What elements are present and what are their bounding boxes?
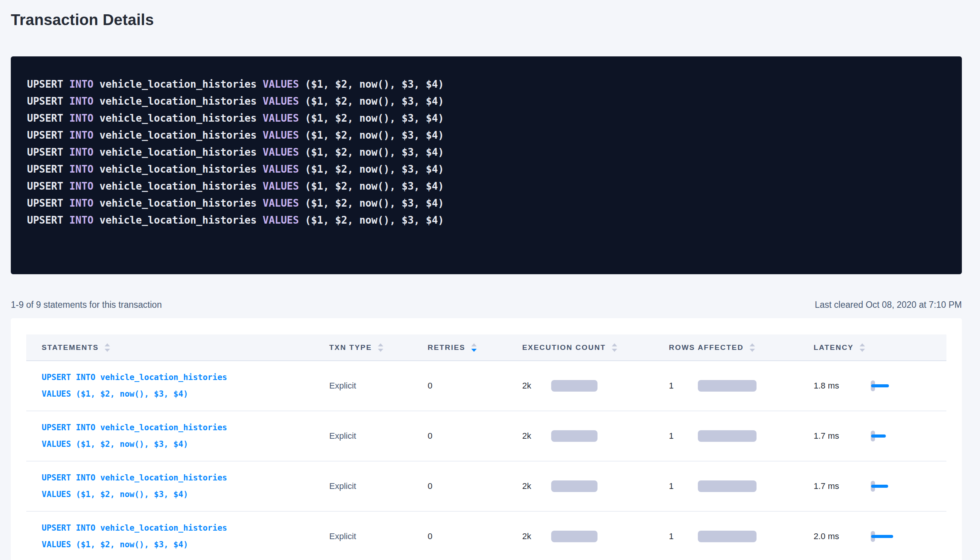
sql-statement-line: UPSERT INTO vehicle_location_histories V… (27, 144, 946, 161)
latency-cell: 1.7 ms (814, 429, 946, 443)
column-label: TXN TYPE (329, 343, 372, 352)
sort-icon[interactable] (471, 343, 477, 352)
sort-asc-arrow-icon[interactable] (378, 343, 383, 346)
sql-text: UPSERT (27, 214, 69, 226)
execution-count-bar (551, 380, 597, 392)
statement-cell: UPSERT INTO vehicle_location_historiesVA… (26, 520, 329, 553)
rows-affected-value: 1 (669, 531, 698, 541)
table-row: UPSERT INTO vehicle_location_historiesVA… (26, 411, 946, 462)
sql-keyword: VALUES (263, 146, 299, 158)
sql-keyword: VALUES (263, 112, 299, 124)
sql-statement-line: UPSERT INTO vehicle_location_histories V… (27, 161, 946, 178)
table-meta-row: 1-9 of 9 statements for this transaction… (11, 299, 962, 311)
sql-statement-line: UPSERT INTO vehicle_location_histories V… (27, 76, 946, 93)
latency-value: 1.8 ms (814, 381, 871, 391)
sort-asc-arrow-icon[interactable] (750, 343, 755, 346)
rows-affected-value: 1 (669, 431, 698, 441)
sql-text: ($1, $2, now(), $3, $4) (299, 78, 444, 90)
sort-desc-arrow-icon[interactable] (471, 349, 477, 352)
sort-desc-arrow-icon[interactable] (750, 349, 755, 352)
sql-statement-line: UPSERT INTO vehicle_location_histories V… (27, 127, 946, 144)
sort-asc-arrow-icon[interactable] (471, 343, 477, 346)
sort-desc-arrow-icon[interactable] (612, 349, 617, 352)
txn-type-value: Explicit (329, 531, 356, 541)
execution-count-cell: 2k (522, 531, 669, 542)
sql-statement-line: UPSERT INTO vehicle_location_histories V… (27, 195, 946, 212)
rows-affected-bar (698, 531, 757, 542)
sql-keyword: INTO (69, 180, 94, 192)
sql-statement-line: UPSERT INTO vehicle_location_histories V… (27, 110, 946, 127)
retries-cell: 0 (428, 481, 522, 491)
sql-text: ($1, $2, now(), $3, $4) (299, 163, 444, 175)
sql-text: vehicle_location_histories (93, 78, 262, 90)
column-label: STATEMENTS (42, 343, 99, 352)
sql-keyword: VALUES (263, 163, 299, 175)
statement-link-line2: VALUES ($1, $2, now(), $3, $4) (42, 486, 227, 503)
transaction-details-page: Transaction Details UPSERT INTO vehicle_… (11, 0, 962, 560)
sql-text: ($1, $2, now(), $3, $4) (299, 197, 444, 209)
rows-affected-bar (698, 480, 757, 492)
sort-asc-arrow-icon[interactable] (860, 343, 865, 346)
retries-cell: 0 (428, 431, 522, 441)
sql-keyword: VALUES (263, 78, 299, 90)
sql-text: ($1, $2, now(), $3, $4) (299, 180, 444, 192)
execution-count-cell: 2k (522, 380, 669, 392)
column-header-latency[interactable]: LATENCY (814, 343, 946, 352)
sql-text: UPSERT (27, 95, 69, 107)
column-header-retries[interactable]: RETRIES (428, 343, 522, 352)
execution-count-bar (551, 531, 597, 542)
sql-text: UPSERT (27, 180, 69, 192)
sql-keyword: VALUES (263, 129, 299, 141)
table-header-row: STATEMENTSTXN TYPERETRIESEXECUTION COUNT… (26, 334, 946, 361)
sql-text: UPSERT (27, 78, 69, 90)
sql-text: vehicle_location_histories (93, 146, 262, 158)
sort-icon[interactable] (378, 343, 383, 352)
sql-keyword: VALUES (263, 95, 299, 107)
sort-desc-arrow-icon[interactable] (105, 349, 110, 352)
sql-text: UPSERT (27, 197, 69, 209)
column-header-statements[interactable]: STATEMENTS (26, 343, 329, 352)
sort-icon[interactable] (105, 343, 110, 352)
column-header-rows-affected[interactable]: ROWS AFFECTED (669, 343, 814, 352)
sql-text: UPSERT (27, 112, 69, 124)
sort-icon[interactable] (612, 343, 617, 352)
latency-bar (871, 485, 888, 488)
statement-link[interactable]: UPSERT INTO vehicle_location_historiesVA… (42, 419, 227, 453)
latency-value: 1.7 ms (814, 431, 871, 441)
sql-statement-line: UPSERT INTO vehicle_location_histories V… (27, 178, 946, 195)
sql-keyword: INTO (69, 197, 94, 209)
statement-link-line1: UPSERT INTO vehicle_location_histories (42, 369, 227, 386)
latency-bar-chart (871, 429, 898, 443)
sql-text: ($1, $2, now(), $3, $4) (299, 129, 444, 141)
sort-icon[interactable] (750, 343, 755, 352)
statement-cell: UPSERT INTO vehicle_location_historiesVA… (26, 470, 329, 503)
sort-desc-arrow-icon[interactable] (860, 349, 865, 352)
execution-count-bar (551, 430, 597, 442)
column-header-execution-count[interactable]: EXECUTION COUNT (522, 343, 669, 352)
rows-affected-value: 1 (669, 481, 698, 491)
sort-asc-arrow-icon[interactable] (105, 343, 110, 346)
statements-table-card: STATEMENTSTXN TYPERETRIESEXECUTION COUNT… (11, 318, 962, 560)
statement-link[interactable]: UPSERT INTO vehicle_location_historiesVA… (42, 520, 227, 553)
column-label: EXECUTION COUNT (522, 343, 606, 352)
sort-icon[interactable] (860, 343, 865, 352)
sql-keyword: INTO (69, 163, 94, 175)
sort-asc-arrow-icon[interactable] (612, 343, 617, 346)
column-header-txn-type[interactable]: TXN TYPE (329, 343, 428, 352)
statement-link[interactable]: UPSERT INTO vehicle_location_historiesVA… (42, 369, 227, 402)
sql-text: ($1, $2, now(), $3, $4) (299, 112, 444, 124)
statement-link-line1: UPSERT INTO vehicle_location_histories (42, 520, 227, 536)
execution-count-cell: 2k (522, 430, 669, 442)
sql-keyword: INTO (69, 146, 94, 158)
sql-text: UPSERT (27, 129, 69, 141)
transaction-sql-box: UPSERT INTO vehicle_location_histories V… (11, 56, 962, 274)
txn-type-cell: Explicit (329, 381, 428, 391)
txn-type-value: Explicit (329, 481, 356, 491)
sort-desc-arrow-icon[interactable] (378, 349, 383, 352)
sql-text: vehicle_location_histories (93, 95, 262, 107)
sql-keyword: VALUES (263, 197, 299, 209)
rows-affected-value: 1 (669, 381, 698, 391)
sql-text: UPSERT (27, 146, 69, 158)
statement-link[interactable]: UPSERT INTO vehicle_location_historiesVA… (42, 470, 227, 503)
execution-count-value: 2k (522, 481, 551, 491)
